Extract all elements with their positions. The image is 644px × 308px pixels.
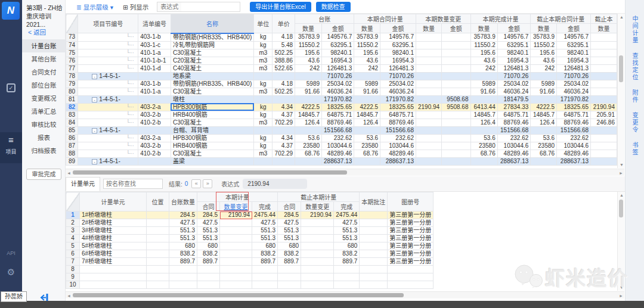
cell-ledger-amount[interactable]: 149576.7 bbox=[322, 33, 354, 42]
ledger-hscrollbar[interactable]: ◄ ► bbox=[66, 169, 624, 176]
cell-unit[interactable]: kg bbox=[254, 41, 273, 49]
cell-change-qty[interactable] bbox=[416, 64, 441, 72]
cell-contract-amount[interactable]: 88769.46 bbox=[380, 119, 416, 126]
cell-node[interactable]: └·· bbox=[78, 134, 138, 142]
cell-cur-contract[interactable]: 889.7 bbox=[197, 258, 220, 266]
cell-todate-amount[interactable]: 18325.65 bbox=[557, 103, 591, 111]
sidebar-item[interactable]: 归档报表 bbox=[22, 144, 66, 157]
cell-price[interactable]: 502.25 bbox=[273, 88, 295, 95]
sub-qty-header[interactable]: 数量 bbox=[591, 24, 617, 33]
cell-position[interactable] bbox=[147, 235, 169, 242]
cell-name[interactable]: C40混凝土 bbox=[171, 64, 253, 72]
vscroll-thumb[interactable] bbox=[619, 200, 623, 217]
col-note-header[interactable]: 本期批注 bbox=[360, 192, 388, 211]
sub-contract-header[interactable]: 合同 bbox=[278, 202, 301, 211]
unit-row[interactable]: 33#桥墩墩柱551.3551.3551.3551.3551.3第三册第一分册 bbox=[66, 227, 434, 235]
collapse-icon[interactable]: - bbox=[92, 159, 97, 164]
cell-td-change[interactable] bbox=[301, 258, 334, 266]
tasks-icon[interactable]: ✓ bbox=[0, 83, 22, 92]
scroll-down-icon[interactable]: ▼ bbox=[620, 163, 624, 167]
cell-position[interactable] bbox=[147, 219, 169, 227]
cell-complete-amount[interactable]: 16954.3 bbox=[497, 57, 531, 64]
right-panel-item[interactable]: 查找定位 bbox=[630, 52, 639, 81]
sub-amount-header[interactable]: 金额 bbox=[442, 24, 470, 33]
cell-td-contract[interactable] bbox=[278, 273, 301, 281]
cell-contract-qty[interactable]: 5989 bbox=[354, 80, 380, 88]
cell-list-no[interactable] bbox=[138, 72, 171, 80]
cell-ledger-qty[interactable]: 889.7 bbox=[169, 258, 197, 266]
cell-contract-qty[interactable] bbox=[354, 95, 380, 103]
sidebar-item[interactable]: 清单汇总 bbox=[22, 105, 66, 118]
cell-todate-qty[interactable]: 91.66 bbox=[531, 88, 557, 95]
cell-td-complete[interactable] bbox=[334, 273, 360, 281]
row-number[interactable]: 78 bbox=[66, 72, 78, 80]
cell-unit[interactable]: kg bbox=[254, 80, 273, 88]
data-check-button[interactable]: 数据检查 bbox=[316, 2, 351, 12]
cell-todate-qty[interactable]: 23580 bbox=[531, 142, 557, 150]
cell-list-no[interactable] bbox=[138, 126, 171, 134]
cell-name[interactable]: HRB400钢筋 bbox=[171, 111, 253, 119]
cell-cut-qty[interactable] bbox=[591, 150, 617, 157]
cell-node[interactable]: └·· bbox=[78, 64, 138, 72]
cell-unit[interactable]: kg bbox=[254, 103, 273, 111]
cell-unit-name[interactable]: 5#桥墩墩柱 bbox=[80, 242, 147, 250]
cell-contract-qty[interactable] bbox=[354, 157, 380, 165]
ledger-row[interactable]: 77└··410-1-dC40混凝土m3522.65242126481.3242… bbox=[66, 64, 617, 72]
cell-todate-qty[interactable]: 68.76 bbox=[531, 150, 557, 157]
scroll-up-icon[interactable]: ▲ bbox=[620, 193, 624, 197]
cell-complete-amount[interactable]: 88769.46 bbox=[497, 119, 531, 126]
cell-cur-contract[interactable]: 551.3 bbox=[197, 227, 220, 235]
sub-qtychange-header[interactable]: 数量变更 bbox=[220, 202, 252, 211]
cell-contract-qty[interactable] bbox=[354, 72, 380, 80]
cell-complete-amount[interactable]: 48289.46 bbox=[497, 150, 531, 157]
cell-cut-qty[interactable] bbox=[591, 64, 617, 72]
sidebar-item[interactable]: 计量台账 bbox=[22, 39, 66, 52]
cell-ledger-qty[interactable]: 14845.7 bbox=[295, 111, 322, 119]
group-contract-header[interactable]: 本期合同计量 bbox=[354, 14, 416, 24]
unit-row[interactable]: 66#桥墩墩柱838.2838.2838.2838.2838.2第三册第一分册 bbox=[66, 250, 434, 258]
group-current-header[interactable]: 本期计量 bbox=[197, 192, 278, 202]
cell-price[interactable] bbox=[273, 95, 295, 103]
cell-contract-amount[interactable]: 63295.1 bbox=[380, 41, 416, 49]
cell-td-change[interactable]: 2190.94 bbox=[301, 211, 334, 219]
cell-book-no[interactable]: 第三册第一分册 bbox=[388, 235, 434, 242]
cell-unit[interactable]: m3 bbox=[254, 64, 273, 72]
cell-unit[interactable]: m3 bbox=[254, 49, 273, 57]
cell-position[interactable] bbox=[147, 266, 169, 273]
cell-todate-qty[interactable]: 242 bbox=[531, 64, 557, 72]
cell-cur-complete[interactable] bbox=[252, 281, 278, 289]
col-book-header[interactable]: 图册号 bbox=[388, 192, 434, 211]
cell-todate-amount[interactable]: 48289.46 bbox=[557, 150, 591, 157]
cell-ledger-amount[interactable]: 48289.46 bbox=[322, 150, 354, 157]
cell-todate-qty[interactable]: 43.6 bbox=[531, 57, 557, 64]
cell-td-change[interactable] bbox=[301, 250, 334, 258]
cell-position[interactable] bbox=[147, 242, 169, 250]
cell-ledger-amount[interactable]: 71070.26 bbox=[322, 72, 354, 80]
cell-cur-contract[interactable]: 680 bbox=[197, 242, 220, 250]
cell-change-amount[interactable] bbox=[442, 88, 470, 95]
cell-td-contract[interactable]: 889.7 bbox=[278, 258, 301, 266]
cell-contract-qty[interactable]: 43.6 bbox=[354, 57, 380, 64]
cell-change-qty[interactable] bbox=[416, 142, 441, 150]
cell-cut-qty[interactable] bbox=[591, 95, 617, 103]
col-position-header[interactable]: 位置 bbox=[147, 192, 169, 211]
cell-price[interactable]: 5.48 bbox=[273, 41, 295, 49]
ledger-row[interactable]: 88└··410-2-bC30混凝土m3702.2968.7648289.466… bbox=[66, 150, 617, 157]
cell-cur-contract[interactable]: 838.2 bbox=[197, 250, 220, 258]
cell-list-no[interactable]: 403-1-b bbox=[138, 33, 171, 42]
cell-unit[interactable]: kg bbox=[254, 111, 273, 119]
cell-complete-qty[interactable]: 91.66 bbox=[470, 88, 497, 95]
hscroll-thumb[interactable] bbox=[73, 170, 347, 175]
cell-unit[interactable]: kg bbox=[254, 134, 273, 142]
cell-ledger-qty[interactable]: 551.3 bbox=[169, 227, 197, 235]
cell-contract-qty[interactable]: 68.76 bbox=[354, 150, 380, 157]
cell-contract-qty[interactable]: 35783.9 bbox=[354, 33, 380, 42]
cell-change-amount[interactable] bbox=[442, 142, 470, 150]
cell-td-complete[interactable]: 427.5 bbox=[334, 219, 360, 227]
row-number[interactable]: 74 bbox=[66, 41, 78, 49]
cell-price[interactable]: 4.37 bbox=[273, 142, 295, 150]
cell-unit[interactable]: m3 bbox=[254, 57, 273, 64]
cell-change-amount[interactable] bbox=[442, 134, 470, 142]
cell-unit-name[interactable]: 6#桥墩墩柱 bbox=[80, 250, 147, 258]
ledger-row[interactable]: 74└··403-1-c冷轧带肋钢筋网kg5.4811550.263295.11… bbox=[66, 41, 617, 49]
